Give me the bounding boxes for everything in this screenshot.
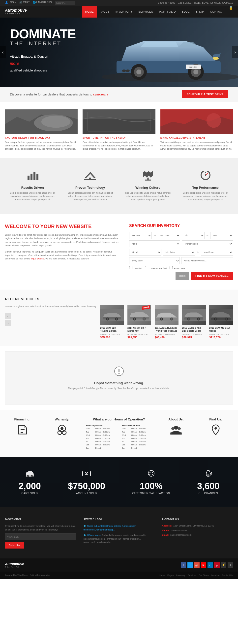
feature-card-3-text: Ta inermis cotidieque cum, sed ea ultroq… — [160, 141, 233, 151]
gray-features-section: Results Driven Sed ut perspiciatis unde … — [0, 158, 238, 214]
footer-link-our-team[interactable]: Our Team — [199, 574, 208, 576]
certified-checkbox-label[interactable]: Certified — [129, 266, 142, 270]
body-style-select[interactable]: Body Style — [129, 257, 180, 264]
hero-subtitle: Attract, Engage, & Convert more qualifie… — [10, 54, 48, 73]
stat-2-label: Customer Satisfaction — [132, 492, 170, 494]
make-select[interactable]: Make — [129, 240, 180, 247]
social-google-button[interactable]: g+ — [194, 562, 200, 568]
tweet-1-handle[interactable]: @SamHughes — [87, 534, 101, 536]
convert-text: Discover a website for car dealers that … — [10, 92, 108, 96]
lock-icon: 🔒 — [229, 6, 233, 18]
certified-checkbox[interactable] — [129, 266, 132, 269]
stats-row: 2,000 Cars Sold $ $750,000 Amount Sold — [5, 470, 233, 495]
vehicles-next-button[interactable]: › — [5, 320, 11, 326]
tweet-0-link[interactable]: Check out our latest theme release 'Land… — [83, 525, 137, 531]
cart-link[interactable]: 🛒 CART — [19, 1, 30, 5]
about-title: About Us. — [159, 418, 193, 421]
nav-blog[interactable]: BLOG — [179, 6, 193, 18]
footer-link-home[interactable]: Home — [159, 574, 165, 576]
hero-prev-button[interactable]: ‹ — [0, 46, 6, 58]
social-extra-button[interactable]: ★ — [227, 562, 233, 568]
vehicles-prev-button[interactable]: ‹ — [5, 313, 11, 319]
nav-pages[interactable]: PAGES — [97, 6, 112, 18]
find-us-title: Find Us. — [198, 418, 233, 421]
svg-point-80 — [27, 476, 28, 476]
info-row-section: Financing. Warranty. What are our Hours … — [0, 410, 238, 457]
financing-icon — [5, 424, 40, 438]
svg-rect-22 — [31, 174, 33, 180]
carfax-checkbox-label[interactable]: CARFAX Verified — [145, 266, 167, 270]
nav-shop[interactable]: SHOP — [193, 6, 207, 18]
phone-value: 1-800-123-4567 — [171, 529, 187, 532]
social-twitter-button[interactable]: t — [187, 562, 193, 568]
footer-link-pages[interactable]: Pages — [167, 574, 174, 576]
feature-card-1-text: Sea volutpat facilisis ngepreter ad, as … — [5, 141, 78, 151]
footer-link-contact-us[interactable]: Contact Us — [222, 574, 233, 576]
social-pinterest-button[interactable]: p — [214, 562, 220, 568]
hero-title-line1: DOMINATE — [10, 28, 76, 40]
nav-portfolio[interactable]: PORTFOLIO — [156, 6, 179, 18]
stat-0-number: 2,000 — [19, 481, 41, 492]
max-price-select[interactable]: Max Price — [201, 249, 233, 256]
search-inventory-section: SEARCH OUR INVENTORY Min Year to Max Yea… — [129, 224, 233, 280]
address-label: Address: — [162, 524, 172, 527]
feature-card-2-title: SPORT UTILITY FOR THE FAMILY — [83, 136, 155, 139]
tweet-0-bird: 🐦 — [83, 525, 86, 527]
schedule-test-drive-button[interactable]: Schedule a Test Drive — [182, 90, 228, 98]
footer-link-services[interactable]: Services — [188, 574, 197, 576]
max-year-select[interactable]: Max Year — [158, 232, 180, 239]
svg-rect-28 — [145, 180, 151, 180]
vehicles-nav-col: Browse through the vast selection of veh… — [5, 305, 97, 326]
social-linkedin-button[interactable]: in — [207, 562, 213, 568]
svg-point-89 — [207, 474, 210, 476]
search-make-row: Make Transmission — [129, 240, 233, 247]
recent-vehicles-section: RECENT VEHICLES Browse through the vast … — [0, 290, 238, 346]
phone-number: 1-800-867-5309 — [157, 2, 175, 4]
search-input[interactable] — [55, 1, 75, 5]
min-year-select[interactable]: Min Year — [129, 232, 152, 239]
social-rss-button[interactable]: ⚡ — [221, 562, 226, 568]
hero-next-button[interactable]: › — [232, 46, 238, 58]
find-vehicle-button[interactable]: Find My New Vehicle — [191, 272, 233, 280]
model-select[interactable]: Model — [129, 249, 161, 256]
svg-rect-21 — [28, 176, 30, 180]
newsletter-email-input[interactable] — [5, 534, 76, 540]
social-youtube-button[interactable]: ▶ — [201, 562, 206, 568]
svg-rect-35 — [103, 317, 121, 320]
stat-3-number: 3,600 — [197, 481, 219, 492]
address-value: 1234 Street Name, City Name, AB 12345 — [173, 524, 214, 527]
stat-2: 100% Customer Satisfaction — [132, 470, 170, 495]
languages-link[interactable]: 🌐 LANGUAGES — [33, 1, 52, 5]
footer-link-location[interactable]: Location — [211, 574, 219, 576]
subscribe-button[interactable]: Subscribe — [5, 542, 24, 548]
max-select[interactable]: Max — [210, 232, 233, 239]
keyword-input[interactable] — [181, 257, 233, 264]
brand-new-checkbox-label[interactable]: Brand New — [170, 266, 185, 270]
svg-point-49 — [160, 318, 162, 320]
login-link[interactable]: 👤 LOGIN — [5, 1, 16, 5]
vehicle-4-name: 2015 BMW M6 Gran Coupe — [209, 327, 233, 332]
reset-button[interactable]: Reset — [176, 272, 189, 280]
address: 123 SUNSET BLVD., BEVERLY HILLS, CA 9021… — [178, 2, 233, 4]
vehicle-0-price: $55,000 — [100, 336, 124, 339]
stat-1-label: Amount Sold — [76, 492, 97, 494]
nav-inventory[interactable]: INVENTORY — [112, 6, 135, 18]
transmission-select[interactable]: Transmission — [182, 240, 233, 247]
welcome-heading: WELCOME TO YOUR NEW WEBSITE — [5, 224, 119, 229]
carfax-checkbox[interactable] — [145, 266, 148, 269]
tweet-1: 🐦 @SamHughes Probably the easiest way to… — [83, 534, 155, 544]
nav-contact[interactable]: CONTACT — [207, 6, 227, 18]
svg-rect-65 — [118, 369, 120, 372]
nav-home[interactable]: HOME — [82, 6, 97, 18]
min-select[interactable]: Min — [182, 232, 204, 239]
footer-link-inventory[interactable]: Inventory — [176, 574, 185, 576]
min-price-select[interactable]: Min Price — [163, 249, 195, 256]
social-facebook-button[interactable]: f — [181, 562, 186, 568]
footer-bottom: Automotive TEMPLATE f t g+ ▶ in p ⚡ ★ — [0, 558, 238, 572]
search-buttons: Reset Find My New Vehicle — [129, 272, 233, 280]
brand-new-checkbox[interactable] — [170, 266, 173, 269]
hero-sub2: more — [10, 61, 19, 66]
nav-services[interactable]: SERVICES — [135, 6, 156, 18]
gf-title-2: Winning Culture — [123, 186, 173, 190]
recent-vehicles-heading: RECENT VEHICLES — [5, 297, 233, 301]
